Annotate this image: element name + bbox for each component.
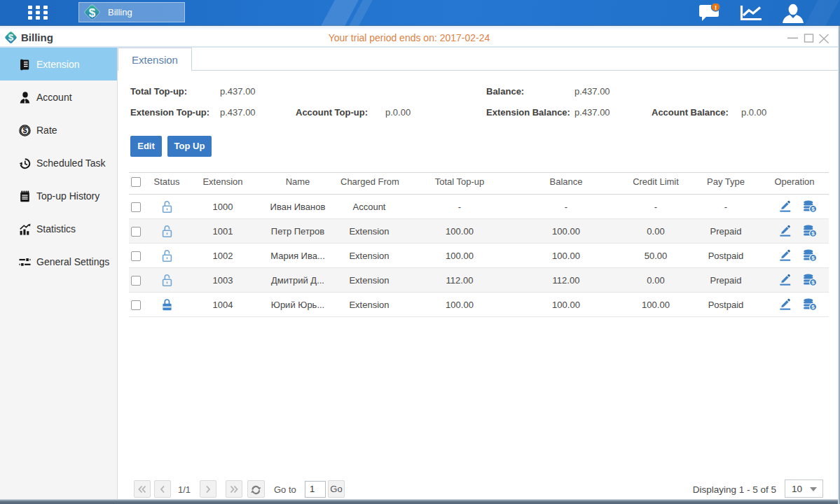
svg-text:!: ! <box>715 4 717 11</box>
svg-text:$: $ <box>811 230 815 237</box>
svg-text:$: $ <box>8 32 14 43</box>
svg-text:$: $ <box>811 255 815 261</box>
svg-text:$: $ <box>89 6 96 20</box>
svg-text:$: $ <box>811 206 815 212</box>
svg-text:$: $ <box>811 304 815 310</box>
svg-text:$: $ <box>23 126 27 134</box>
svg-text:$: $ <box>811 279 815 286</box>
